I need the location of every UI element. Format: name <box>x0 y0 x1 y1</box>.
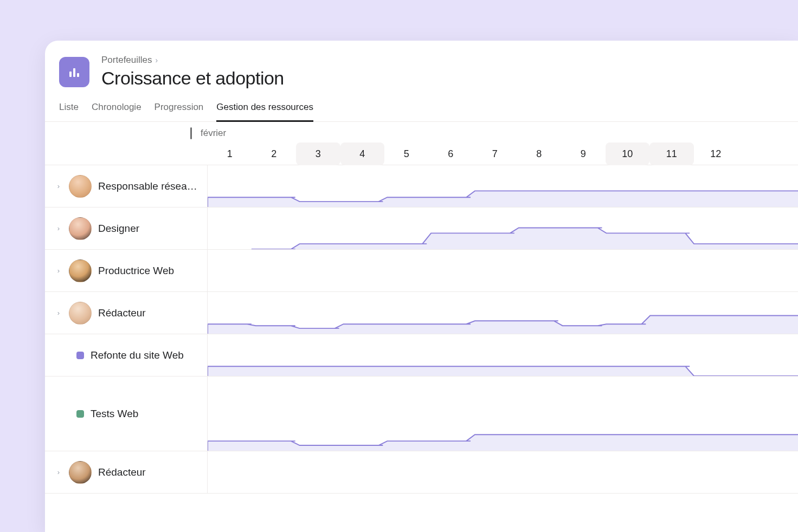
chevron-right-icon[interactable]: › <box>55 468 62 476</box>
row-sidebar[interactable]: ›Rédacteur <box>45 451 208 493</box>
svg-rect-1 <box>73 68 75 77</box>
breadcrumb[interactable]: Portefeuilles › <box>101 55 284 66</box>
workload-chart[interactable] <box>208 250 798 291</box>
app-window: Portefeuilles › Croissance et adoption L… <box>45 41 798 532</box>
timeline: février 123456789101112 ›Responsable rés… <box>45 122 798 494</box>
chevron-right-icon[interactable]: › <box>55 224 62 232</box>
resource-row: ›Rédacteur <box>45 451 798 494</box>
avatar[interactable] <box>69 259 92 282</box>
timeline-day-11[interactable]: 11 <box>649 142 694 165</box>
row-sidebar[interactable]: ›Designer <box>45 207 208 249</box>
chevron-right-icon[interactable]: › <box>55 267 62 275</box>
timeline-day-3[interactable]: 3 <box>296 142 340 165</box>
timeline-days-row: 123456789101112 <box>208 142 798 165</box>
workload-chart[interactable] <box>208 207 798 249</box>
project-name-label: Tests Web <box>91 408 198 420</box>
avatar[interactable] <box>69 461 92 484</box>
tab-liste[interactable]: Liste <box>59 99 79 122</box>
avatar[interactable] <box>69 302 92 325</box>
header: Portefeuilles › Croissance et adoption L… <box>45 41 798 122</box>
workload-chart[interactable] <box>208 451 798 493</box>
tab-progression[interactable]: Progression <box>155 99 204 122</box>
tab-gestion-ressources[interactable]: Gestion des ressources <box>216 99 313 122</box>
chevron-right-icon[interactable]: › <box>55 309 62 317</box>
timeline-day-7[interactable]: 7 <box>473 142 517 165</box>
timeline-day-6[interactable]: 6 <box>429 142 473 165</box>
timeline-day-10[interactable]: 10 <box>606 142 650 165</box>
avatar[interactable] <box>69 175 92 198</box>
person-role-label: Productrice Web <box>98 265 198 277</box>
month-tick-icon <box>190 127 192 139</box>
chevron-right-icon: › <box>156 56 158 64</box>
tabs: Liste Chronologie Progression Gestion de… <box>45 99 798 122</box>
resource-row: ›Rédacteur <box>45 292 798 334</box>
person-role-label: Rédacteur <box>98 307 198 319</box>
row-sidebar[interactable]: ›Responsable réseaux… <box>45 165 208 207</box>
svg-rect-0 <box>69 72 72 77</box>
workload-chart[interactable] <box>208 292 798 334</box>
avatar[interactable] <box>69 217 92 240</box>
resource-row: ›Responsable réseaux… <box>45 165 798 207</box>
header-top: Portefeuilles › Croissance et adoption <box>59 55 784 89</box>
svg-rect-2 <box>77 73 79 77</box>
header-text: Portefeuilles › Croissance et adoption <box>101 55 284 89</box>
project-color-icon <box>76 410 84 418</box>
project-name-label: Refonte du site Web <box>91 349 198 361</box>
timeline-header: février 123456789101112 <box>45 122 798 165</box>
timeline-day-1[interactable]: 1 <box>208 142 252 165</box>
resource-row: ›Productrice Web <box>45 250 798 292</box>
resource-row: ›Designer <box>45 207 798 250</box>
workload-chart[interactable] <box>208 377 798 451</box>
timeline-day-9[interactable]: 9 <box>561 142 606 165</box>
timeline-month-label: février <box>190 127 226 139</box>
timeline-day-5[interactable]: 5 <box>384 142 429 165</box>
resource-rows: ›Responsable réseaux…›Designer›Productri… <box>45 165 798 494</box>
page-title: Croissance et adoption <box>101 68 284 89</box>
row-sidebar[interactable]: Refonte du site Web <box>45 334 208 376</box>
row-sidebar[interactable]: ›Productrice Web <box>45 250 208 291</box>
breadcrumb-root[interactable]: Portefeuilles <box>101 55 152 66</box>
chevron-right-icon[interactable]: › <box>55 182 62 190</box>
timeline-day-12[interactable]: 12 <box>694 142 738 165</box>
portfolio-chart-icon <box>59 57 89 87</box>
person-role-label: Rédacteur <box>98 466 198 478</box>
project-color-icon <box>76 352 84 359</box>
resource-row: Tests Web <box>45 377 798 451</box>
row-sidebar[interactable]: Tests Web <box>45 377 208 451</box>
timeline-day-4[interactable]: 4 <box>340 142 385 165</box>
person-role-label: Designer <box>98 223 198 235</box>
timeline-day-2[interactable]: 2 <box>252 142 297 165</box>
row-sidebar[interactable]: ›Rédacteur <box>45 292 208 334</box>
workload-chart[interactable] <box>208 165 798 207</box>
month-name: février <box>201 128 226 139</box>
resource-row: Refonte du site Web <box>45 334 798 377</box>
person-role-label: Responsable réseaux… <box>98 180 198 192</box>
workload-chart[interactable] <box>208 334 798 376</box>
timeline-day-8[interactable]: 8 <box>517 142 562 165</box>
tab-chronologie[interactable]: Chronologie <box>92 99 141 122</box>
